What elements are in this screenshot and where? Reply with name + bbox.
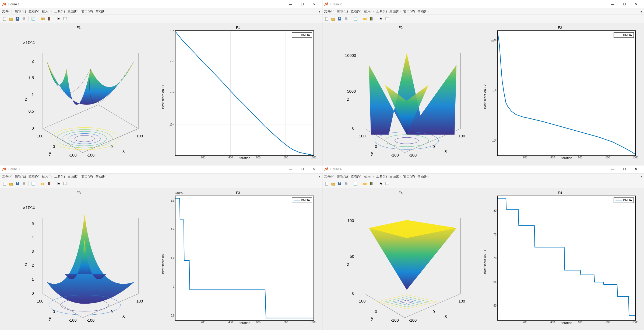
open-file-icon[interactable] [8, 181, 14, 186]
pointer-icon[interactable] [378, 181, 383, 186]
menu-file[interactable]: 文件(F) [2, 9, 12, 14]
pointer-icon[interactable] [56, 16, 61, 22]
linked-icon[interactable] [40, 181, 45, 186]
save-icon[interactable] [337, 16, 342, 22]
data-cursor-icon[interactable] [385, 16, 390, 22]
maximize-button[interactable]: ☐ [618, 165, 630, 173]
axes-3d[interactable]: z x y 0 50 100 -100 0 100 -100 0 100 [325, 196, 476, 328]
menu-overflow-icon[interactable]: ▾ [319, 175, 320, 178]
colorbar-icon[interactable] [47, 16, 52, 22]
menu-desktop[interactable]: 桌面(D) [389, 174, 400, 179]
menu-desktop[interactable]: 桌面(D) [68, 9, 79, 14]
titlebar[interactable]: Figure 4 — ☐ ✕ [322, 165, 644, 173]
edit-plot-icon[interactable] [353, 181, 358, 186]
data-cursor-icon[interactable] [62, 181, 68, 186]
axes-3d[interactable]: z x y 0 5000 10000 -100 0 100 -100 0 100 [325, 30, 476, 163]
close-button[interactable]: ✕ [308, 0, 320, 8]
maximize-button[interactable]: ☐ [297, 0, 308, 8]
menu-overflow-icon[interactable]: ▾ [641, 10, 642, 13]
print-icon[interactable] [343, 181, 349, 186]
edit-plot-icon[interactable] [31, 181, 36, 186]
legend[interactable]: DMOA [614, 197, 634, 203]
new-file-icon[interactable] [324, 181, 329, 186]
colorbar-icon[interactable] [369, 16, 374, 22]
axes-3d[interactable]: ×10^4 z x y 0 1 2 [3, 196, 154, 328]
new-file-icon[interactable] [324, 16, 329, 22]
menu-view[interactable]: 查看(V) [351, 9, 361, 14]
open-file-icon[interactable] [330, 181, 336, 186]
axes-3d[interactable]: ×10^4 [3, 30, 154, 163]
menu-insert[interactable]: 插入(I) [42, 9, 51, 14]
menu-view[interactable]: 查看(V) [29, 174, 39, 179]
colorbar-icon[interactable] [47, 181, 52, 186]
titlebar[interactable]: Figure 1 — ☐ ✕ [0, 0, 322, 8]
menu-insert[interactable]: 插入(I) [42, 174, 51, 179]
linked-icon[interactable] [362, 181, 368, 186]
convergence-plot[interactable]: Best score on F1 DMOA 104 102 100 10-2 2 [162, 30, 314, 163]
open-file-icon[interactable] [330, 16, 336, 22]
linked-icon[interactable] [40, 16, 45, 22]
maximize-button[interactable]: ☐ [618, 0, 630, 8]
convergence-plot[interactable]: Best score on F2 DMOA 1010 105 100 200 4… [484, 30, 636, 163]
menu-overflow-icon[interactable]: ▾ [319, 10, 320, 13]
menu-tools[interactable]: 工具(T) [376, 174, 387, 179]
menu-insert[interactable]: 插入(I) [364, 9, 374, 14]
menu-help[interactable]: 帮助(H) [96, 9, 107, 14]
pointer-icon[interactable] [378, 16, 383, 22]
menu-edit[interactable]: 编辑(E) [15, 174, 26, 179]
menu-overflow-icon[interactable]: ▾ [641, 175, 642, 178]
maximize-button[interactable]: ☐ [297, 165, 308, 173]
linked-icon[interactable] [362, 16, 368, 22]
menu-view[interactable]: 查看(V) [351, 174, 361, 179]
data-cursor-icon[interactable] [385, 181, 390, 186]
legend[interactable]: DMOA [614, 32, 634, 38]
menu-edit[interactable]: 编辑(E) [337, 9, 348, 14]
edit-plot-icon[interactable] [353, 16, 358, 22]
menu-desktop[interactable]: 桌面(D) [389, 9, 400, 14]
menu-edit[interactable]: 编辑(E) [15, 9, 26, 14]
minimize-button[interactable]: — [607, 0, 618, 8]
data-cursor-icon[interactable] [62, 16, 68, 22]
close-button[interactable]: ✕ [630, 0, 642, 8]
titlebar[interactable]: Figure 2 — ☐ ✕ [322, 0, 644, 8]
menu-tools[interactable]: 工具(T) [376, 9, 387, 14]
minimize-button[interactable]: — [285, 0, 297, 8]
minimize-button[interactable]: — [285, 165, 297, 173]
save-icon[interactable] [15, 16, 20, 22]
pointer-icon[interactable] [56, 181, 61, 186]
menu-edit[interactable]: 编辑(E) [337, 174, 348, 179]
menu-window[interactable]: 窗口(W) [403, 174, 415, 179]
minimize-button[interactable]: — [607, 165, 618, 173]
convergence-plot[interactable]: Best score on F3 ×10^5 DMOA 1.6 1.4 1.2 … [162, 196, 314, 328]
print-icon[interactable] [21, 16, 27, 22]
print-icon[interactable] [343, 16, 349, 22]
menu-view[interactable]: 查看(V) [29, 9, 39, 14]
open-file-icon[interactable] [8, 16, 14, 22]
menu-file[interactable]: 文件(F) [324, 9, 335, 14]
close-button[interactable]: ✕ [630, 165, 642, 173]
menu-help[interactable]: 帮助(H) [417, 9, 428, 14]
menu-window[interactable]: 窗口(W) [403, 9, 415, 14]
menu-window[interactable]: 窗口(W) [81, 174, 93, 179]
legend[interactable]: DMOA [292, 32, 312, 38]
save-icon[interactable] [337, 181, 342, 186]
menu-window[interactable]: 窗口(W) [81, 9, 93, 14]
convergence-plot[interactable]: Best score on F4 DMOA 80 75 70 65 60 200… [484, 196, 636, 328]
colorbar-icon[interactable] [369, 181, 374, 186]
save-icon[interactable] [15, 181, 20, 186]
menu-desktop[interactable]: 桌面(D) [68, 174, 79, 179]
edit-plot-icon[interactable] [31, 16, 36, 22]
print-icon[interactable] [21, 181, 27, 186]
menu-help[interactable]: 帮助(H) [96, 174, 107, 179]
legend[interactable]: DMOA [292, 197, 312, 203]
titlebar[interactable]: Figure 3 — ☐ ✕ [0, 165, 322, 173]
menu-help[interactable]: 帮助(H) [417, 174, 428, 179]
menu-file[interactable]: 文件(F) [324, 174, 335, 179]
menu-tools[interactable]: 工具(T) [54, 9, 65, 14]
close-button[interactable]: ✕ [308, 165, 320, 173]
new-file-icon[interactable] [2, 16, 7, 22]
menu-insert[interactable]: 插入(I) [364, 174, 374, 179]
new-file-icon[interactable] [2, 181, 7, 186]
menu-tools[interactable]: 工具(T) [54, 174, 65, 179]
menu-file[interactable]: 文件(F) [2, 174, 12, 179]
